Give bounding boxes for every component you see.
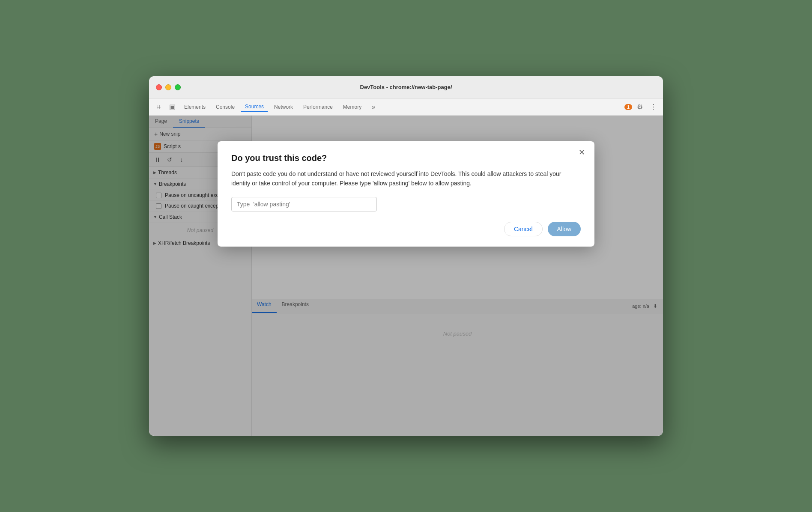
modal-actions: Cancel Allow bbox=[231, 222, 581, 236]
modal-overlay: ✕ Do you trust this code? Don't paste co… bbox=[149, 116, 663, 436]
tab-elements[interactable]: Elements bbox=[180, 102, 210, 112]
error-badge: 1 bbox=[624, 104, 632, 110]
maximize-button[interactable] bbox=[175, 84, 181, 90]
main-area: Page Snippets + New snip JS Script s bbox=[149, 116, 663, 436]
settings-icon[interactable]: ⚙ bbox=[634, 101, 646, 113]
tab-sources[interactable]: Sources bbox=[241, 102, 268, 112]
cancel-button[interactable]: Cancel bbox=[504, 222, 543, 236]
top-tab-bar: ⌗ ▣ Elements Console Sources Network Per… bbox=[149, 98, 663, 116]
top-tab-actions: 1 ⚙ ⋮ bbox=[624, 101, 660, 113]
close-button[interactable] bbox=[156, 84, 162, 90]
inspector-icon[interactable]: ⌗ bbox=[152, 101, 164, 113]
window-title: DevTools - chrome://new-tab-page/ bbox=[360, 84, 452, 90]
tab-memory[interactable]: Memory bbox=[339, 102, 366, 112]
modal-close-button[interactable]: ✕ bbox=[576, 146, 588, 158]
tab-console[interactable]: Console bbox=[212, 102, 239, 112]
allow-pasting-input[interactable] bbox=[231, 197, 377, 211]
more-tabs-icon[interactable]: » bbox=[367, 101, 379, 113]
devtools-window: DevTools - chrome://new-tab-page/ ⌗ ▣ El… bbox=[149, 76, 663, 436]
devtools-body: ⌗ ▣ Elements Console Sources Network Per… bbox=[149, 98, 663, 436]
traffic-lights bbox=[156, 84, 181, 90]
modal-title: Do you trust this code? bbox=[231, 153, 581, 163]
more-options-icon[interactable]: ⋮ bbox=[648, 101, 660, 113]
tab-network[interactable]: Network bbox=[270, 102, 297, 112]
tab-performance[interactable]: Performance bbox=[299, 102, 337, 112]
titlebar: DevTools - chrome://new-tab-page/ bbox=[149, 76, 663, 98]
allow-button[interactable]: Allow bbox=[548, 222, 581, 236]
trust-dialog: ✕ Do you trust this code? Don't paste co… bbox=[218, 141, 594, 247]
device-mode-icon[interactable]: ▣ bbox=[166, 101, 178, 113]
modal-body: Don't paste code you do not understand o… bbox=[231, 169, 581, 188]
minimize-button[interactable] bbox=[165, 84, 171, 90]
